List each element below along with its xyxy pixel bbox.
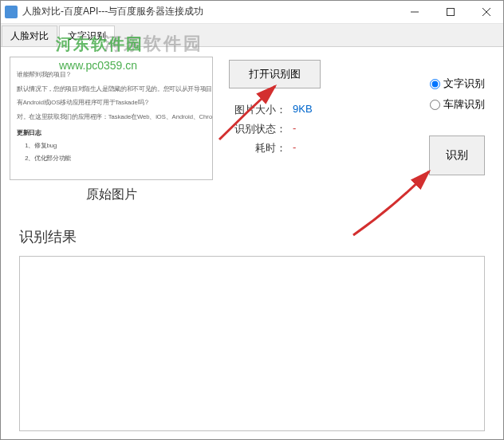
preview-text: 对。在这里获取我们的应用程序：Taskade在Web、iOS、Android、C… — [17, 113, 207, 122]
time-value: - — [293, 141, 296, 155]
radio-plate-input[interactable] — [430, 100, 440, 110]
radio-plate-label: 车牌识别 — [443, 97, 485, 112]
preview-image: 谁能帮到我的项目？ 默认情况下，您的项目对陌生人是隐藏的和不可见的。您可以从开导… — [10, 57, 213, 180]
preview-text: 谁能帮到我的项目？ — [17, 70, 207, 79]
result-title: 识别结果 — [19, 227, 494, 246]
preview-item: 1、修复bug — [25, 141, 207, 150]
radio-text-label: 文字识别 — [443, 77, 485, 91]
recognize-button[interactable]: 识别 — [429, 136, 485, 175]
radio-text-input[interactable] — [430, 79, 440, 89]
size-value: 9KB — [293, 103, 313, 117]
radio-text-recognition[interactable]: 文字识别 — [430, 77, 485, 91]
preview-text: 默认情况下，您的项目对陌生人是隐藏的和不可见的。您可以从开导项目成员和工作区以与… — [17, 84, 207, 93]
preview-heading: 更新日志 — [17, 128, 207, 137]
radio-plate-recognition[interactable]: 车牌识别 — [430, 97, 485, 112]
preview-caption: 原始图片 — [10, 187, 213, 203]
preview-item: 2、优化部分功能 — [25, 154, 207, 163]
size-label: 图片大小： — [229, 103, 286, 117]
status-label: 识别状态： — [229, 122, 286, 136]
open-image-button[interactable]: 打开识别图 — [229, 60, 321, 88]
status-value: - — [293, 122, 296, 136]
recognition-mode-group: 文字识别 车牌识别 — [430, 70, 485, 118]
time-label: 耗时： — [229, 141, 286, 155]
result-textarea[interactable] — [19, 256, 485, 431]
preview-text: 有Android或iOS移动应用程序可用于Taskade吗？ — [17, 99, 207, 108]
